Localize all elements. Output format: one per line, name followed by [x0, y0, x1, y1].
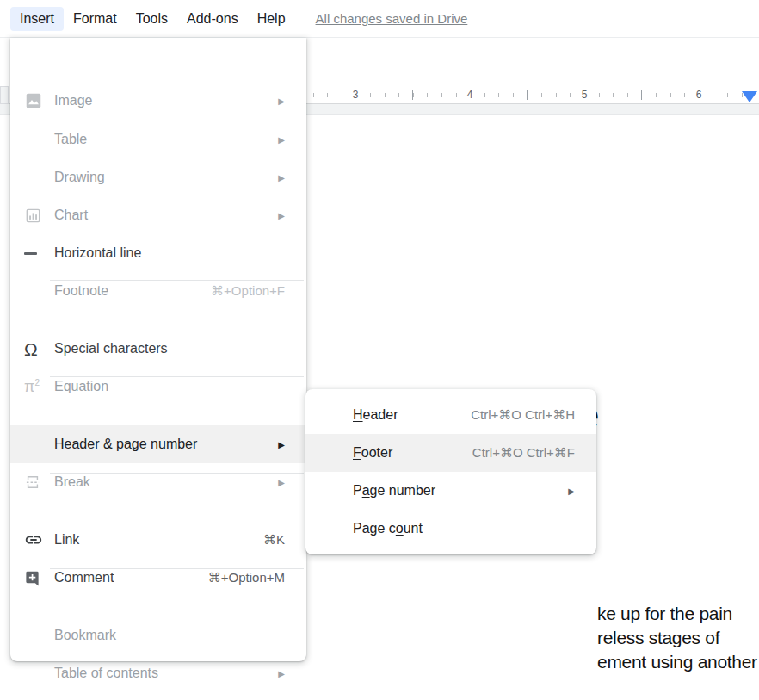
menu-separator — [50, 473, 304, 474]
menu-insert[interactable]: Insert — [10, 7, 64, 31]
menu-help[interactable]: Help — [248, 7, 295, 31]
shortcut-label: ⌘K — [263, 532, 285, 548]
ruler-major-tick — [527, 90, 528, 100]
equation-icon: π2 — [24, 379, 54, 394]
menu-item-table-of-contents: Table of contents ▶ — [10, 654, 306, 692]
shortcut-label: ⌘+Option+M — [208, 570, 285, 585]
ruler-number: 6 — [693, 89, 706, 102]
submenu-arrow-icon: ▶ — [278, 478, 285, 487]
submenu-arrow-icon: ▶ — [278, 96, 285, 106]
saved-status-link[interactable]: All changes saved in Drive — [316, 11, 468, 26]
menu-separator — [50, 280, 304, 281]
doc-body-line: reless stages of — [597, 628, 719, 648]
menu-item-image: Image ▶ — [10, 82, 306, 120]
menubar: Insert Format Tools Add-ons Help All cha… — [0, 0, 759, 38]
horizontal-line-icon — [24, 252, 54, 255]
shortcut-label: ⌘+Option+F — [211, 283, 285, 299]
menu-item-drawing: Drawing ▶ — [10, 158, 306, 196]
right-margin-marker[interactable] — [742, 91, 757, 102]
ruler-major-tick — [641, 90, 642, 100]
submenu-item-header[interactable]: Header Ctrl+⌘O Ctrl+⌘H — [305, 396, 596, 434]
chart-icon — [24, 207, 54, 225]
image-icon — [24, 91, 54, 110]
submenu-arrow-icon: ▶ — [278, 173, 285, 183]
menu-separator — [50, 376, 304, 377]
ruler-number: 5 — [578, 89, 591, 102]
menu-item-special-characters[interactable]: Ω Special characters — [10, 330, 306, 368]
menu-item-break: Break ▶ — [10, 463, 306, 501]
submenu-arrow-icon: ▶ — [278, 669, 285, 678]
menu-item-link[interactable]: Link ⌘K — [10, 521, 306, 559]
menu-item-header-page-number[interactable]: Header & page number ▶ — [10, 425, 306, 463]
submenu-item-footer[interactable]: Footer Ctrl+⌘O Ctrl+⌘F — [305, 434, 596, 472]
shortcut-label: Ctrl+⌘O Ctrl+⌘H — [471, 407, 575, 423]
submenu-arrow-icon: ▶ — [278, 135, 285, 145]
header-page-number-submenu: Header Ctrl+⌘O Ctrl+⌘H Footer Ctrl+⌘O Ct… — [305, 389, 596, 554]
submenu-item-page-number[interactable]: Page number ▶ — [305, 472, 596, 510]
menu-item-horizontal-line[interactable]: Horizontal line — [10, 234, 306, 272]
doc-body-line: ke up for the pain — [597, 604, 732, 624]
menu-item-comment[interactable]: Comment ⌘+Option+M — [10, 559, 306, 597]
submenu-arrow-icon: ▶ — [568, 486, 575, 496]
link-icon — [24, 530, 54, 549]
submenu-arrow-icon: ▶ — [278, 211, 285, 220]
menu-item-footnote: Footnote ⌘+Option+F — [10, 272, 306, 310]
ruler-minor-ticks — [299, 93, 759, 97]
ruler-number: 4 — [464, 89, 477, 102]
shortcut-label: Ctrl+⌘O Ctrl+⌘F — [472, 445, 575, 461]
doc-body-line: ement using another — [597, 652, 757, 672]
ruler-number: 3 — [349, 89, 362, 102]
ruler-margin-cap — [0, 86, 9, 104]
omega-icon: Ω — [24, 340, 54, 358]
page-break-icon — [24, 474, 54, 491]
menu-format[interactable]: Format — [64, 7, 126, 31]
menu-addons[interactable]: Add-ons — [177, 7, 248, 31]
ruler-major-tick — [412, 90, 413, 100]
submenu-item-page-count[interactable]: Page count — [305, 510, 596, 548]
menu-item-bookmark: Bookmark — [10, 616, 306, 654]
menu-item-equation: π2 Equation — [10, 368, 306, 406]
menu-item-chart: Chart ▶ — [10, 196, 306, 234]
menu-item-table: Table ▶ — [10, 121, 306, 158]
submenu-arrow-icon: ▶ — [278, 440, 285, 449]
menu-separator — [50, 568, 304, 569]
insert-menu: Image ▶ Table ▶ Drawing ▶ Chart ▶ Horizo… — [10, 38, 306, 661]
comment-plus-icon — [24, 570, 54, 586]
menu-tools[interactable]: Tools — [126, 7, 177, 31]
